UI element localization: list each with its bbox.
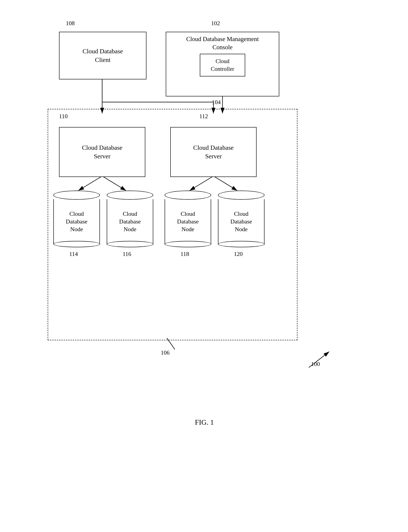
management-box: Cloud Database ManagementConsole CloudCo… bbox=[166, 32, 279, 96]
management-label: Cloud Database ManagementConsole bbox=[186, 36, 259, 50]
ref-108-label: 108 bbox=[66, 20, 75, 27]
server2-label: Cloud DatabaseServer bbox=[193, 143, 234, 161]
figure-label: FIG. 1 bbox=[36, 418, 372, 426]
controller-box: CloudController bbox=[200, 54, 245, 76]
client-box: Cloud DatabaseClient bbox=[59, 32, 146, 79]
client-label: Cloud DatabaseClient bbox=[82, 47, 123, 64]
ref-100-label: 100 bbox=[311, 361, 320, 367]
diagram-container: 108 Cloud DatabaseClient 102 Cloud Datab… bbox=[36, 14, 372, 445]
ref-104-label: 104 bbox=[212, 99, 221, 106]
node3-cylinder: CloudDatabaseNode bbox=[165, 191, 211, 245]
node2-cylinder: CloudDatabaseNode bbox=[107, 191, 153, 245]
ref-118-label: 118 bbox=[180, 251, 189, 258]
server2-box: Cloud DatabaseServer bbox=[170, 127, 256, 177]
ref-110-label: 110 bbox=[59, 113, 68, 120]
ref-102-label: 102 bbox=[211, 20, 220, 27]
controller-label: CloudController bbox=[211, 57, 234, 73]
ref-106-label: 106 bbox=[161, 349, 170, 356]
node4-cylinder: CloudDatabaseNode bbox=[218, 191, 264, 245]
node4-label: CloudDatabaseNode bbox=[230, 210, 252, 233]
node3-label: CloudDatabaseNode bbox=[177, 210, 199, 233]
ref-116-label: 116 bbox=[123, 251, 131, 258]
ref-114-label: 114 bbox=[69, 251, 78, 258]
ref-120-label: 120 bbox=[234, 251, 243, 258]
node2-label: CloudDatabaseNode bbox=[119, 210, 141, 233]
ref-112-label: 112 bbox=[199, 113, 208, 120]
server1-label: Cloud DatabaseServer bbox=[82, 143, 122, 161]
node1-label: CloudDatabaseNode bbox=[66, 210, 87, 233]
server1-box: Cloud DatabaseServer bbox=[59, 127, 145, 177]
node1-cylinder: CloudDatabaseNode bbox=[53, 191, 100, 245]
